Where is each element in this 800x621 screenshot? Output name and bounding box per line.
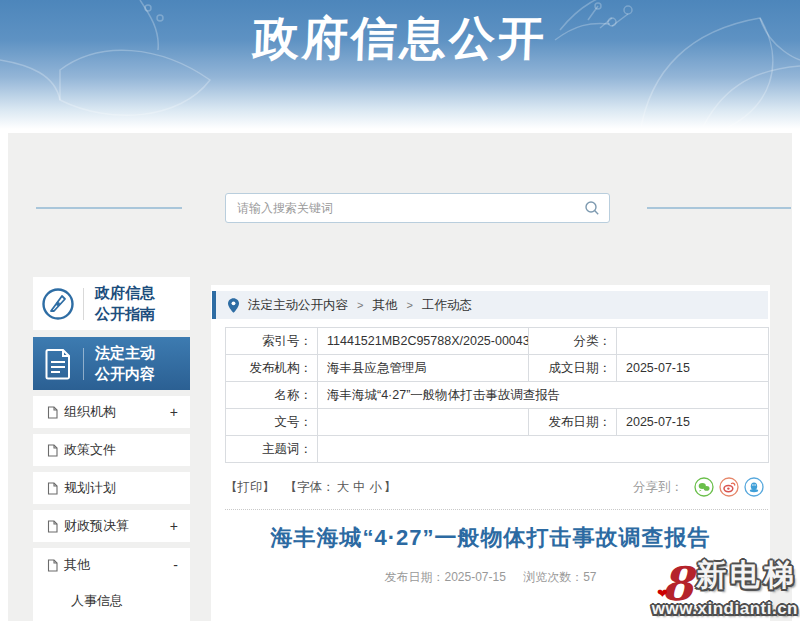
breadcrumb-link-3[interactable]: 工作动态	[422, 297, 472, 314]
compass-icon	[40, 286, 76, 322]
search-input[interactable]	[226, 201, 575, 215]
written-date-label: 成文日期：	[529, 355, 617, 382]
left-divider-line	[36, 207, 182, 209]
page-icon	[47, 482, 58, 495]
sidebar-item-label: 财政预决算	[64, 517, 129, 535]
article-title: 海丰海城“4·27”一般物体打击事故调查报告	[211, 523, 770, 553]
print-button[interactable]: 【打印】	[225, 480, 275, 494]
sidebar-group-other: 其他 - 人事信息	[33, 548, 190, 621]
watermark-brand-name: 新电梯	[696, 555, 798, 596]
index-number-value: 11441521MB2C95788X/2025-00043	[318, 328, 529, 355]
issuing-agency-label: 发布机构：	[226, 355, 318, 382]
sidebar-item-label: 组织机构	[64, 403, 116, 421]
sidebar: 政府信息 公开指南 法定主动 公开内容	[33, 277, 190, 621]
xindianti-watermark: 8 ❤ 新电梯 www.xindianti.cn	[652, 555, 798, 619]
font-size-medium-button[interactable]: 中	[353, 480, 366, 494]
publish-date-label: 发布日期：	[529, 409, 617, 436]
font-size-small-button[interactable]: 小	[369, 480, 382, 494]
wechat-share-icon[interactable]	[694, 477, 714, 497]
breadcrumb-link-2[interactable]: 其他	[372, 297, 397, 314]
sidebar-subitem-personnel[interactable]: 人事信息	[33, 589, 190, 613]
share-tools: 分享到：	[633, 477, 764, 497]
font-size-suffix: 】	[384, 480, 397, 494]
sidebar-item-other[interactable]: 其他 -	[33, 548, 190, 582]
keywords-value	[318, 436, 769, 463]
publish-date-value: 2025-07-15	[617, 409, 769, 436]
doc-number-value	[318, 409, 529, 436]
page-icon	[47, 406, 58, 419]
table-row: 发布机构： 海丰县应急管理局 成文日期： 2025-07-15	[226, 355, 769, 382]
sidebar-item-organization[interactable]: 组织机构 +	[33, 396, 190, 428]
location-pin-icon	[228, 298, 239, 313]
issuing-agency-value: 海丰县应急管理局	[318, 355, 529, 382]
sidebar-item-budget[interactable]: 财政预决算 +	[33, 510, 190, 542]
page: 政府信息公开	[0, 0, 800, 621]
breadcrumb-separator: >	[357, 299, 363, 311]
sidebar-item-policy-docs[interactable]: 政策文件	[33, 434, 190, 466]
expand-toggle-icon[interactable]: +	[170, 518, 178, 534]
breadcrumb: 法定主动公开内容 > 其他 > 工作动态	[212, 291, 768, 319]
page-icon	[47, 520, 58, 533]
table-row: 主题词：	[226, 436, 769, 463]
sidebar-item-active-disclosure[interactable]: 法定主动 公开内容	[33, 337, 190, 390]
category-value	[617, 328, 769, 355]
print-font-tools: 【打印】 【字体：大中小】	[225, 479, 396, 496]
dotted-separator	[225, 509, 768, 510]
search-button[interactable]	[575, 194, 609, 222]
banner: 政府信息公开	[0, 0, 800, 133]
content-panel: 政府信息 公开指南 法定主动 公开内容	[8, 133, 792, 621]
article-toolbar: 【打印】 【字体：大中小】 分享到：	[225, 477, 764, 497]
divider	[83, 348, 84, 380]
sidebar-item-label: 规划计划	[64, 479, 116, 497]
font-size-prefix: 【字体：	[284, 480, 334, 494]
sidebar-item-guide[interactable]: 政府信息 公开指南	[33, 277, 190, 330]
breadcrumb-link-1[interactable]: 法定主动公开内容	[248, 297, 348, 314]
font-size-large-button[interactable]: 大	[336, 480, 349, 494]
keywords-label: 主题词：	[226, 436, 318, 463]
doc-number-label: 文号：	[226, 409, 318, 436]
table-row: 文号： 发布日期： 2025-07-15	[226, 409, 769, 436]
qq-share-icon[interactable]	[744, 477, 764, 497]
share-label: 分享到：	[633, 479, 683, 496]
page-icon	[47, 444, 58, 457]
article-view-count: 浏览次数：57	[523, 570, 596, 584]
divider	[83, 288, 84, 320]
name-label: 名称：	[226, 382, 318, 409]
name-value: 海丰海城“4·27”一般物体打击事故调查报告	[318, 382, 769, 409]
heart-icon: ❤	[657, 589, 668, 599]
xindianti-logo-icon: 8 ❤	[661, 567, 693, 602]
breadcrumb-separator: >	[406, 299, 412, 311]
page-title: 政府信息公开	[0, 8, 800, 70]
search-box	[225, 193, 610, 223]
written-date-value: 2025-07-15	[617, 355, 769, 382]
document-info-table: 索引号： 11441521MB2C95788X/2025-00043 分类： 发…	[225, 327, 769, 463]
table-row: 索引号： 11441521MB2C95788X/2025-00043 分类：	[226, 328, 769, 355]
category-label: 分类：	[529, 328, 617, 355]
sidebar-item-planning[interactable]: 规划计划	[33, 472, 190, 504]
document-icon	[44, 348, 72, 380]
sidebar-item-active-label: 法定主动 公开内容	[95, 343, 155, 384]
index-number-label: 索引号：	[226, 328, 318, 355]
weibo-share-icon[interactable]	[719, 477, 739, 497]
sidebar-item-guide-label: 政府信息 公开指南	[95, 283, 155, 324]
search-icon	[584, 200, 600, 216]
table-row: 名称： 海丰海城“4·27”一般物体打击事故调查报告	[226, 382, 769, 409]
article-publish-date: 发布日期：2025-07-15	[384, 570, 505, 584]
page-icon	[47, 559, 58, 572]
collapse-toggle-icon[interactable]: -	[173, 557, 178, 573]
expand-toggle-icon[interactable]: +	[170, 404, 178, 420]
sidebar-item-label: 政策文件	[64, 441, 116, 459]
right-divider-line	[647, 207, 791, 209]
sidebar-item-label: 其他	[64, 556, 90, 574]
